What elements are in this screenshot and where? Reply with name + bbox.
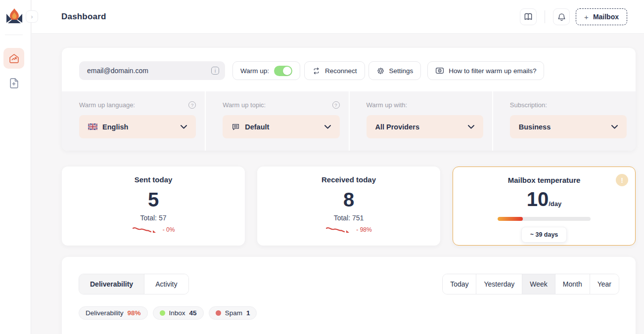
received-trend: - 98% bbox=[356, 226, 371, 233]
notifications-button[interactable] bbox=[553, 8, 570, 25]
howto-filter-button[interactable]: How to filter warm up emails? bbox=[427, 61, 544, 80]
received-today-value: 8 bbox=[257, 190, 440, 209]
language-value: English bbox=[102, 123, 128, 131]
email-field-wrap: i bbox=[79, 61, 225, 80]
sent-total: Total: 57 bbox=[62, 214, 245, 222]
card-title: Mailbox temperature bbox=[453, 176, 635, 184]
help-icon[interactable]: ? bbox=[332, 101, 340, 109]
filter-warmup-with: Warm up with: All Providers bbox=[349, 91, 492, 151]
mailbox-temperature-card: ! Mailbox temperature 10 /day ~ 39 days bbox=[453, 167, 636, 246]
range-today[interactable]: Today bbox=[443, 274, 476, 294]
uk-flag-icon bbox=[88, 124, 97, 130]
filter-label: Warm up language: bbox=[79, 101, 135, 109]
legend-badges: Deliverability 98% Inbox 45 Spam 1 bbox=[79, 306, 257, 320]
plus-icon: + bbox=[584, 13, 589, 21]
add-mailbox-label: Mailbox bbox=[593, 13, 619, 21]
refresh-icon bbox=[312, 67, 321, 75]
trend-down-sparkline-icon bbox=[132, 226, 160, 234]
subscription-value: Business bbox=[519, 123, 551, 131]
sidebar-collapse-button[interactable]: › bbox=[26, 10, 38, 23]
providers-select[interactable]: All Providers bbox=[367, 115, 483, 138]
chevron-down-icon bbox=[468, 125, 474, 129]
header: Dashboard + Mailbox bbox=[32, 0, 644, 34]
tab-deliverability[interactable]: Deliverability bbox=[79, 274, 144, 294]
docs-button[interactable] bbox=[520, 8, 537, 25]
inbox-badge[interactable]: Inbox 45 bbox=[153, 306, 204, 320]
reconnect-button[interactable]: Reconnect bbox=[304, 61, 365, 80]
chevron-right-icon: › bbox=[31, 13, 33, 20]
time-range-tabs: Today Yesterday Week Month Year bbox=[442, 274, 619, 294]
language-select[interactable]: English bbox=[79, 115, 196, 138]
alert-icon[interactable]: ! bbox=[616, 174, 628, 186]
range-week[interactable]: Week bbox=[522, 274, 555, 294]
topic-value: Default bbox=[245, 123, 269, 131]
warmup-label: Warm up: bbox=[240, 67, 269, 75]
filter-warmup-language: Warm up language: ? English bbox=[62, 91, 205, 151]
add-mailbox-button[interactable]: + Mailbox bbox=[576, 8, 627, 25]
tab-activity[interactable]: Activity bbox=[144, 274, 188, 294]
filter-label: Subscription: bbox=[510, 101, 547, 109]
received-today-card: Received today 8 Total: 751 - 98% bbox=[257, 167, 440, 246]
sidebar-divider bbox=[5, 35, 23, 35]
deliverability-panel: Deliverability Activity Today Yesterday … bbox=[62, 257, 636, 334]
filter-subscription: Subscription: Business bbox=[492, 91, 636, 151]
temperature-value: 10 bbox=[527, 189, 549, 209]
book-icon bbox=[523, 12, 533, 22]
range-yesterday[interactable]: Yesterday bbox=[476, 274, 522, 294]
temperature-progress-fill bbox=[498, 217, 523, 221]
deliverability-badge-value: 98% bbox=[128, 309, 141, 317]
temperature-progress-track bbox=[498, 217, 591, 221]
sidebar-item-dashboard[interactable] bbox=[3, 48, 24, 69]
inbox-dot-icon bbox=[160, 310, 165, 316]
temperature-unit: /day bbox=[549, 200, 561, 208]
reconnect-label: Reconnect bbox=[325, 67, 357, 75]
card-title: Sent today bbox=[62, 175, 245, 184]
spam-badge-label: Spam bbox=[225, 309, 242, 317]
warmup-toggle-group: Warm up: bbox=[232, 61, 300, 80]
topic-select[interactable]: Default bbox=[223, 115, 339, 138]
range-year[interactable]: Year bbox=[590, 274, 619, 294]
bell-icon bbox=[557, 12, 566, 22]
spam-badge-value: 1 bbox=[246, 309, 250, 317]
spam-badge[interactable]: Spam 1 bbox=[209, 306, 257, 320]
header-divider bbox=[545, 10, 545, 23]
subscription-select[interactable]: Business bbox=[510, 115, 627, 138]
settings-label: Settings bbox=[389, 67, 414, 75]
range-month[interactable]: Month bbox=[555, 274, 590, 294]
filter-label: Warm up with: bbox=[367, 101, 408, 109]
filter-warmup-topic: Warm up topic: ? Default bbox=[205, 91, 348, 151]
email-field[interactable] bbox=[87, 67, 211, 75]
video-icon bbox=[435, 67, 444, 75]
warmup-toggle[interactable] bbox=[274, 66, 292, 76]
temperature-eta-chip[interactable]: ~ 39 days bbox=[521, 227, 567, 243]
page-title: Dashboard bbox=[61, 12, 106, 22]
home-trend-icon bbox=[8, 53, 20, 64]
deliverability-badge[interactable]: Deliverability 98% bbox=[79, 306, 148, 320]
sidebar-item-add-mailbox[interactable] bbox=[3, 73, 24, 93]
deliverability-badge-label: Deliverability bbox=[86, 309, 124, 317]
info-icon[interactable]: i bbox=[211, 67, 219, 75]
panel-tabs: Deliverability Activity bbox=[79, 274, 189, 294]
sent-today-value: 5 bbox=[62, 190, 245, 209]
trend-down-sparkline-icon bbox=[325, 226, 353, 234]
chevron-down-icon bbox=[611, 125, 618, 129]
settings-button[interactable]: Settings bbox=[368, 61, 421, 80]
gear-icon bbox=[376, 67, 385, 75]
app-logo-flame-icon[interactable] bbox=[5, 6, 24, 26]
inbox-badge-label: Inbox bbox=[169, 309, 185, 317]
mailbox-toolbar-card: i Warm up: Reconnect Setti bbox=[62, 48, 636, 151]
file-plus-icon bbox=[8, 77, 20, 89]
chat-icon bbox=[231, 123, 240, 131]
card-title: Received today bbox=[257, 175, 440, 184]
filter-band: Warm up language: ? English bbox=[62, 91, 636, 151]
howto-filter-label: How to filter warm up emails? bbox=[449, 67, 536, 75]
toggle-knob bbox=[283, 67, 291, 75]
help-icon[interactable]: ? bbox=[188, 101, 196, 109]
sidebar: › bbox=[0, 0, 31, 334]
spam-dot-icon bbox=[216, 310, 221, 316]
providers-value: All Providers bbox=[375, 123, 419, 131]
filter-label: Warm up topic: bbox=[223, 101, 266, 109]
chevron-down-icon bbox=[181, 125, 187, 129]
chevron-down-icon bbox=[324, 125, 331, 129]
sent-today-card: Sent today 5 Total: 57 - 0% bbox=[62, 167, 245, 246]
